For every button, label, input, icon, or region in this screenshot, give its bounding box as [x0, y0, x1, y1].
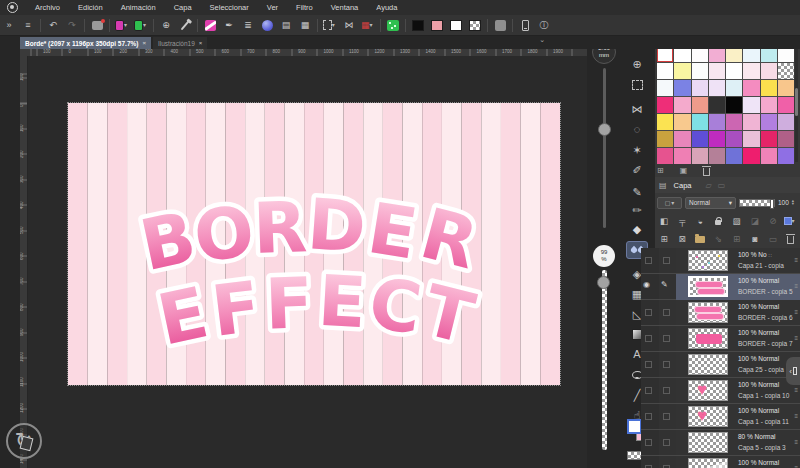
ruler-icon[interactable]: ⊘	[766, 216, 780, 226]
canvas-area[interactable]: BORDEREFFECTBORDEREFFECT	[28, 56, 587, 468]
layer-checkbox[interactable]	[663, 413, 670, 420]
document-tab-1[interactable]: Ilustración19×	[153, 37, 207, 49]
color-swatch-15[interactable]	[778, 63, 794, 79]
companion-phone-icon[interactable]	[518, 19, 532, 32]
layer-row-main[interactable]: 100 % No∷Capa 21 - copia≡	[676, 248, 800, 274]
dropdown-chevron-icon[interactable]: ▾	[143, 22, 148, 28]
color-swatch-33[interactable]	[674, 114, 690, 130]
autoselect-tool-icon[interactable]: ✶	[626, 141, 648, 159]
gray-app-icon[interactable]	[493, 19, 507, 32]
layer-row-main[interactable]: 100 % NormalCapa 25 - copia≡	[676, 352, 800, 378]
layer-thumbnail[interactable]	[688, 328, 728, 349]
document-canvas[interactable]: BORDEREFFECTBORDEREFFECT	[68, 103, 560, 385]
color-pink-swatch[interactable]	[430, 19, 444, 32]
layer-name[interactable]: BORDER - copia 6	[738, 314, 793, 321]
layer-menu-icon[interactable]: ≡	[794, 413, 798, 419]
color-swatch-43[interactable]	[709, 131, 725, 147]
menu-capa[interactable]: Capa	[165, 0, 201, 15]
color-swatch-22[interactable]	[761, 80, 777, 96]
color-swatch-54[interactable]	[761, 148, 777, 164]
panel-overflow-icon[interactable]: »	[2, 19, 16, 32]
marquee-tool-icon-glyph[interactable]	[630, 79, 644, 92]
color-swatch-23[interactable]	[778, 80, 794, 96]
menu-ventana[interactable]: Ventana	[322, 0, 368, 15]
tab-close-icon[interactable]: ×	[142, 40, 146, 46]
layer-row-3[interactable]: 100 % NormalBORDER - copia 7≡	[641, 326, 800, 352]
layer-row-main[interactable]: 100 % NormalBORDER - copia 6≡	[676, 300, 800, 326]
color-swatch-38[interactable]	[761, 114, 777, 130]
color-swatch-20[interactable]	[726, 80, 742, 96]
color-swatch-42[interactable]	[692, 131, 708, 147]
color-swatch-53[interactable]	[743, 148, 759, 164]
layer-checkbox[interactable]	[663, 309, 670, 316]
undo-icon[interactable]: ↶	[46, 19, 60, 32]
color-swatch-27[interactable]	[709, 97, 725, 113]
main-menu-icon[interactable]: ≡	[21, 19, 35, 32]
new-folder-icon[interactable]	[693, 234, 707, 243]
color-swatch-29[interactable]	[743, 97, 759, 113]
layer-name[interactable]: Capa 5 - copia 3	[738, 444, 786, 451]
layer-thumbnail[interactable]	[688, 250, 728, 271]
add-color-icon[interactable]: ⊞	[657, 166, 664, 175]
menu-seleccionar[interactable]: Seleccionar	[201, 0, 258, 15]
info-icon[interactable]: ⓘ	[537, 19, 551, 32]
brush-size-slider[interactable]	[603, 68, 606, 228]
marquee-tool-icon[interactable]	[626, 76, 648, 94]
sphere-material-icon[interactable]	[260, 19, 274, 32]
color-black-swatch[interactable]	[411, 19, 425, 32]
layer-checkbox[interactable]	[645, 387, 652, 394]
layer-thumbnail[interactable]: ♥	[688, 406, 728, 427]
color-swatch-48[interactable]	[657, 148, 673, 164]
canvas-rotate-control[interactable]: ↻	[6, 423, 42, 459]
layer-checkbox[interactable]	[663, 439, 670, 446]
color-swatch-10[interactable]	[692, 63, 708, 79]
layer-checkbox[interactable]	[663, 257, 670, 264]
layer-menu-icon[interactable]: ≡	[794, 309, 798, 315]
zoom-tool-icon[interactable]: ⊕	[626, 55, 648, 73]
layers-icon[interactable]: ▤	[279, 19, 293, 32]
layer-row-main[interactable]: 100 % NormalBORDER - copia 5≡	[676, 274, 800, 300]
color-swatch-52[interactable]	[726, 148, 742, 164]
color-swatch-16[interactable]	[657, 80, 673, 96]
layer-thumbnail[interactable]	[688, 432, 728, 453]
layer-property-tab-icon[interactable]: ▭	[718, 181, 726, 190]
layer-row-6[interactable]: ♥100 % NormalCapa 1 - copia 11≡	[641, 404, 800, 430]
screenshot-icon[interactable]	[90, 19, 104, 32]
palette-scrollbar[interactable]	[795, 48, 798, 162]
layer-menu-icon[interactable]: ≡	[794, 283, 798, 289]
lock-alpha-icon[interactable]: ▨	[730, 216, 744, 226]
pen-settings-icon[interactable]: ✒	[222, 19, 236, 32]
layer-menu-icon[interactable]: ≡	[794, 439, 798, 445]
layer-row-main[interactable]: 100 % Normal≡	[676, 456, 800, 468]
opacity-slider[interactable]	[602, 270, 607, 450]
redo-icon[interactable]: ↷	[65, 19, 79, 32]
layer-row-2[interactable]: 100 % NormalBORDER - copia 6≡	[641, 300, 800, 326]
layer-row-main[interactable]: ♥100 % NormalCapa 1 - copia 11≡	[676, 404, 800, 430]
layer-row-8[interactable]: 100 % Normal≡	[641, 456, 800, 468]
color-swatch-39[interactable]	[778, 114, 794, 130]
layer-mask-icon[interactable]: ◙	[748, 234, 762, 244]
color-swatch-19[interactable]	[709, 80, 725, 96]
panel-collapse-handle[interactable]: ‹	[786, 357, 800, 385]
color-swatch-25[interactable]	[674, 97, 690, 113]
layer-menu-icon[interactable]: ≡	[794, 335, 798, 341]
layer-thumbnail[interactable]	[688, 302, 728, 323]
dropdown-chevron-icon[interactable]: ▾	[370, 22, 375, 28]
color-swatch-40[interactable]	[657, 131, 673, 147]
color-swatch-44[interactable]	[726, 131, 742, 147]
layer-checkbox[interactable]	[645, 257, 652, 264]
tab-close-icon[interactable]: ×	[199, 40, 203, 46]
layer-name[interactable]: Capa 1 - copia 10	[738, 392, 789, 399]
layer-name[interactable]: Capa 1 - copia 11	[738, 418, 789, 425]
draft-layer-icon[interactable]: ◪	[748, 216, 762, 226]
layer-row-5[interactable]: ♥100 % NormalCapa 1 - copia 10≡	[641, 378, 800, 404]
color-swatch-28[interactable]	[726, 97, 742, 113]
lasso-tool-icon[interactable]: ◌	[626, 120, 648, 138]
color-swatch-55[interactable]	[778, 148, 794, 164]
color-swatch-8[interactable]	[657, 63, 673, 79]
color-swatch-34[interactable]	[692, 114, 708, 130]
color-swatch-30[interactable]	[761, 97, 777, 113]
layer-checkbox[interactable]	[645, 413, 652, 420]
transfer-down-icon[interactable]: ⇘	[711, 234, 725, 244]
layer-menu-icon[interactable]: ≡	[794, 387, 798, 393]
